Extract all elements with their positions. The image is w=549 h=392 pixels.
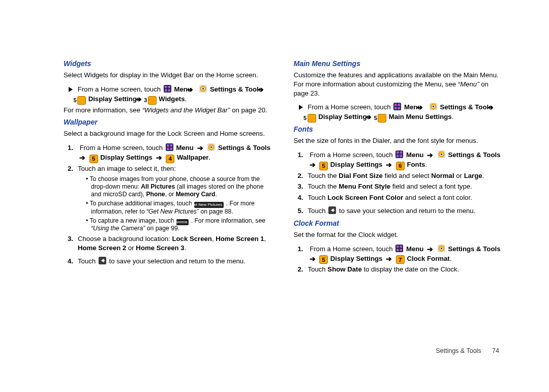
svg-rect-39 — [396, 249, 399, 251]
wallpaper-bullet-1: To choose images from your phone, choose… — [91, 175, 273, 199]
widgets-heading: Widgets — [64, 59, 273, 69]
menu-grid-icon — [395, 150, 404, 159]
svg-rect-35 — [333, 210, 335, 211]
gear-icon — [437, 244, 446, 253]
number-badge-5: 5 — [308, 114, 316, 123]
footer-section: Settings & Tools — [436, 347, 481, 354]
back-arrow-icon — [328, 206, 337, 215]
svg-rect-1 — [165, 86, 167, 88]
clock-step-2: 2.Touch Show Date to display the date on… — [308, 265, 504, 274]
clock-step-1: 1. From a Home screen, touch Menu ➔ Sett… — [308, 243, 504, 263]
arrow-icon: ➔ — [308, 254, 317, 264]
number-badge-5: 5 — [319, 162, 328, 170]
mainmenu-nav: From a Home screen, touch Menu ➔ Setting… — [294, 101, 504, 122]
wallpaper-heading: Wallpaper — [64, 117, 273, 127]
svg-rect-40 — [400, 249, 403, 251]
gear-icon — [429, 102, 438, 111]
arrow-icon: ➔ — [494, 103, 497, 112]
wallpaper-intro: Select a background image for the Lock S… — [64, 129, 273, 138]
menu-grid-icon — [395, 244, 404, 253]
svg-rect-2 — [168, 86, 170, 88]
widgets-label: Widgets — [159, 95, 185, 103]
svg-rect-12 — [170, 147, 172, 150]
number-badge-5: 5 — [319, 255, 328, 264]
page-footer: Settings & Tools 74 — [436, 347, 499, 355]
arrow-icon: ➔ — [425, 150, 435, 160]
svg-rect-11 — [167, 147, 169, 150]
arrow-icon: ➔ — [155, 153, 164, 163]
right-column: Main Menu Settings Customize the feature… — [294, 56, 504, 276]
get-new-pictures-icon: Get New Pictures — [194, 202, 224, 208]
number-badge-3: 3 — [148, 96, 157, 105]
menu-grid-icon — [393, 102, 402, 111]
widgets-nav: From a Home screen, touch Menu ➔ Setting… — [64, 83, 273, 104]
clock-heading: Clock Format — [294, 219, 504, 228]
mainmenu-heading: Main Menu Settings — [294, 59, 504, 69]
arrow-icon: ➔ — [264, 85, 267, 95]
wallpaper-step-2: 2.Touch an image to select it, then: — [78, 164, 273, 173]
number-badge-4: 4 — [166, 155, 174, 163]
arrow-icon: ➔ — [384, 160, 393, 170]
display-settings-label: Display Settings — [88, 95, 141, 103]
fonts-intro: Set the size of fonts in the Dialer, and… — [294, 136, 504, 145]
number-badge-7: 7 — [396, 255, 405, 264]
number-badge-5: 5 — [89, 155, 98, 163]
svg-rect-21 — [394, 107, 397, 110]
svg-rect-9 — [167, 144, 169, 147]
arrow-icon: ➔ — [308, 160, 317, 170]
menu-grid-icon — [165, 143, 174, 152]
arrow-icon: ➔ — [194, 85, 197, 95]
svg-point-33 — [441, 154, 442, 155]
arrow-icon: ➔ — [196, 143, 205, 153]
back-arrow-icon — [98, 256, 107, 265]
widgets-intro: Select Widgets for display in the Widget… — [64, 71, 273, 80]
left-column: Widgets Select Widgets for display in th… — [64, 56, 273, 276]
svg-rect-3 — [165, 89, 167, 92]
widgets-more-info: For more information, see “Widgets and t… — [64, 106, 273, 115]
two-column-layout: Widgets Select Widgets for display in th… — [64, 56, 503, 276]
arrow-icon: ➔ — [78, 153, 87, 163]
wallpaper-step-4: 4.Touch to save your selection and retur… — [78, 255, 273, 266]
fonts-step-3: 3.Touch the Menu Font Style field and se… — [308, 182, 504, 191]
triangle-bullet-icon — [299, 105, 303, 110]
wallpaper-bullet-3: To capture a new image, touch Camera . F… — [91, 217, 273, 233]
svg-rect-19 — [394, 104, 397, 106]
triangle-bullet-icon — [69, 87, 73, 92]
fonts-heading: Fonts — [294, 125, 504, 134]
arrow-icon: ➔ — [425, 245, 435, 254]
mainmenu-intro: Customize the features and applications … — [294, 71, 504, 98]
fonts-step-2: 2.Touch the Dial Font Size field and sel… — [308, 171, 504, 180]
svg-rect-17 — [103, 260, 105, 261]
arrow-icon: ➔ — [423, 103, 426, 112]
svg-point-43 — [441, 248, 442, 249]
wallpaper-step-3: 3.Choose a background location: Lock Scr… — [78, 234, 273, 253]
svg-rect-38 — [400, 245, 403, 248]
svg-point-7 — [202, 88, 204, 89]
svg-rect-27 — [396, 152, 399, 154]
svg-rect-28 — [400, 152, 403, 154]
settings-label: Settings & Tools — [210, 85, 262, 93]
number-badge-5: 5 — [378, 114, 386, 123]
gear-icon — [207, 143, 216, 152]
svg-rect-22 — [398, 107, 401, 110]
gear-icon — [437, 150, 446, 159]
footer-page-number: 74 — [492, 347, 499, 354]
fonts-step-5: 5.Touch to save your selection and retur… — [308, 204, 504, 216]
svg-rect-4 — [168, 89, 170, 92]
menu-grid-icon — [163, 84, 172, 93]
text: From a Home screen, touch — [78, 85, 161, 93]
fonts-step-1: 1. From a Home screen, touch Menu ➔ Sett… — [308, 148, 504, 169]
clock-intro: Set the format for the Clock widget. — [294, 230, 504, 239]
svg-rect-29 — [396, 155, 399, 157]
svg-rect-37 — [396, 245, 399, 248]
camera-pill-icon: Camera — [176, 219, 189, 225]
svg-rect-20 — [398, 104, 401, 106]
number-badge-5: 5 — [77, 96, 86, 105]
svg-point-25 — [433, 106, 434, 107]
svg-rect-30 — [400, 155, 403, 157]
wallpaper-bullet-2: To purchase additional images, touch Get… — [91, 200, 273, 216]
wallpaper-step-1: 1. From a Home screen, touch Menu ➔ Sett… — [78, 141, 273, 162]
manual-page: Widgets Select Widgets for display in th… — [0, 0, 549, 392]
number-badge-6: 6 — [396, 162, 405, 170]
svg-point-15 — [210, 146, 212, 148]
